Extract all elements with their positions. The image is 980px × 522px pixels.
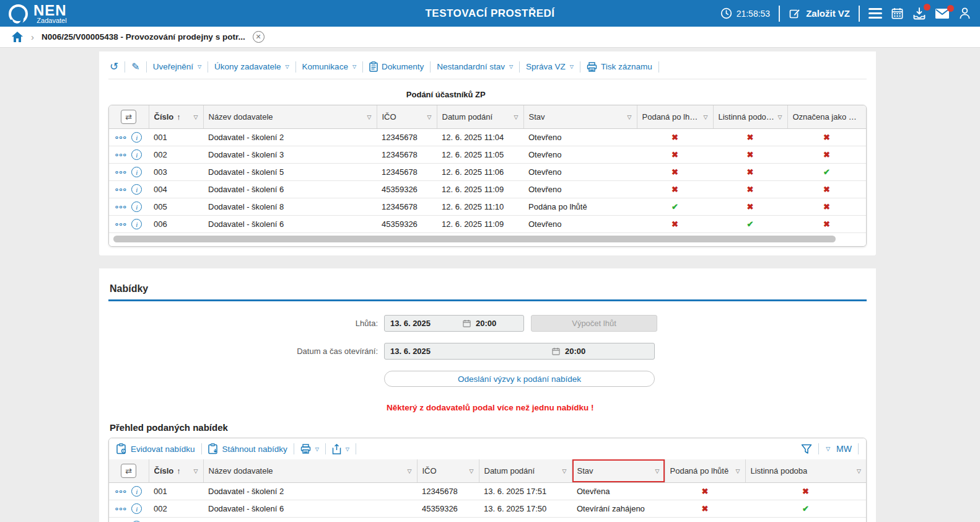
row-actions-icon[interactable]: ooo (115, 221, 127, 227)
tab-podani-ucastniku-zp[interactable]: Podání účastníků ZP (395, 85, 501, 104)
tab-kriteria-hodnoceni[interactable]: Kritéria hodnocení (193, 85, 291, 104)
row-actions-icon[interactable]: ooo (115, 187, 127, 192)
evidovat-nabidku-button[interactable]: Evidovat nabídku (116, 443, 195, 454)
lhuta-time-value[interactable]: 20:00 (476, 319, 496, 328)
table-row[interactable]: oooi003Dodavatel - školení 51234567812. … (109, 164, 866, 181)
row-info-icon[interactable]: i (131, 219, 142, 229)
row-info-icon[interactable]: i (131, 167, 142, 177)
row-info-icon[interactable]: i (131, 149, 142, 160)
row-actions-icon[interactable]: ooo (115, 204, 127, 210)
lhuta-date-value[interactable]: 13. 6. 2025 (390, 319, 431, 328)
row-actions-icon[interactable]: ooo (115, 135, 127, 140)
table-row[interactable]: oooi003Dodavatel - školení 31234567813. … (109, 518, 866, 522)
row-actions-icon[interactable]: ooo (115, 152, 127, 157)
cell-cislo: 002 (149, 500, 203, 518)
table-row[interactable]: oooi002Dodavatel - školení 31234567812. … (109, 146, 866, 164)
sort-asc-icon[interactable]: ↑ (177, 112, 181, 122)
tab-hodnoceni[interactable]: Hodnocení (502, 85, 570, 104)
filter-caret-icon[interactable]: ▽ (367, 114, 372, 120)
toolbar-item-sprava-vz[interactable]: Správa VZ▽ (526, 62, 574, 71)
menu-icon[interactable] (868, 8, 882, 19)
odeslani-vyzvy-button[interactable]: Odeslání výzvy k podání nabídek (384, 371, 655, 387)
filter-caret-icon[interactable]: ▽ (194, 114, 198, 120)
filter-caret-icon[interactable]: ▽ (704, 114, 708, 120)
row-info-icon[interactable]: i (131, 201, 142, 212)
user-profile-icon[interactable] (958, 7, 971, 20)
table-row[interactable]: oooi006Dodavatel - školení 64535932612. … (109, 216, 866, 233)
row-info-icon[interactable]: i (131, 503, 142, 514)
vypocet-lhut-button[interactable]: Výpočet lhůt (531, 315, 657, 332)
history-refresh-icon[interactable]: ↺ (110, 60, 118, 73)
cell-cislo: 003 (149, 518, 203, 522)
toolbar-item-dokumenty[interactable]: Dokumenty (369, 61, 424, 72)
calendar-picker-icon[interactable] (552, 347, 560, 355)
otevirani-date-value[interactable]: 13. 6. 2025 (390, 347, 431, 356)
column-settings-icon[interactable]: ⇄ (121, 110, 136, 124)
print-table-button[interactable]: ▽ (300, 444, 319, 454)
filter-caret-icon[interactable]: ▽ (857, 468, 861, 474)
check-icon: ✔ (750, 504, 861, 513)
inbox-downloads-icon[interactable] (912, 7, 926, 20)
chevron-down-icon[interactable]: ▽ (826, 446, 830, 452)
filter-caret-icon[interactable]: ▽ (562, 468, 567, 474)
row-info-icon[interactable]: i (131, 184, 142, 195)
filter-caret-icon[interactable]: ▽ (736, 468, 740, 474)
nen-logo[interactable]: NEN Zadavatel (9, 3, 67, 24)
filter-caret-icon[interactable]: ▽ (628, 114, 632, 120)
toolbar-item-ukony-zadavatele[interactable]: Úkony zadavatele▽ (214, 62, 289, 71)
lhuta-input[interactable]: 13. 6. 2025 20:00 (384, 315, 524, 332)
filter-caret-icon[interactable]: ▽ (470, 468, 474, 474)
cell-stav: Otevírání zahájeno (572, 500, 665, 518)
section-title-prehled: Přehled podaných nabídek (110, 422, 867, 433)
tab-zakladni-udaje[interactable]: Základní údaje (110, 85, 191, 104)
tab-zadavaci-podminky[interactable]: Zadávací podmínky (292, 85, 393, 104)
calendar-picker-icon[interactable] (463, 319, 471, 327)
cell-cislo: 001 (149, 483, 203, 500)
filter-caret-icon[interactable]: ▽ (408, 468, 412, 474)
check-icon: ✔ (718, 219, 782, 229)
close-tab-icon[interactable]: ✕ (253, 31, 265, 43)
toolbar-item-uverejneni[interactable]: Uveřejnění▽ (153, 62, 201, 71)
toolbar-item-komunikace[interactable]: Komunikace▽ (302, 62, 356, 71)
table-row[interactable]: oooi002Dodavatel - školení 64535932613. … (109, 500, 866, 518)
filter-caret-icon[interactable]: ▽ (655, 468, 660, 474)
tab-vysledek-zadavaciho-postupu[interactable]: Výsledek zadávacího postupu (572, 85, 712, 104)
divider (146, 61, 147, 73)
create-vz-button[interactable]: Založit VZ (789, 7, 850, 20)
horizontal-scrollbar[interactable] (109, 233, 866, 246)
breadcrumb: › N006/25/V00005438 - Provozování prodej… (0, 27, 980, 48)
cross-icon: ✖ (792, 133, 861, 142)
stahnout-nabidky-button[interactable]: Stáhnout nabídky (208, 443, 287, 454)
column-settings-icon[interactable]: ⇄ (121, 464, 136, 478)
row-actions-icon[interactable]: ooo (115, 489, 127, 494)
messages-icon[interactable] (935, 8, 950, 19)
filter-caret-icon[interactable]: ▽ (514, 114, 518, 120)
table-row[interactable]: oooi004Dodavatel - školení 64535932612. … (109, 181, 866, 198)
otevirani-time-value[interactable]: 20:00 (565, 347, 585, 356)
table-row[interactable]: oooi001Dodavatel - školení 21234567812. … (109, 129, 866, 146)
toolbar-item-nestandardni-stav[interactable]: Nestandardní stav▽ (437, 62, 513, 71)
breadcrumb-item[interactable]: N006/25/V00005438 - Provozování prodejny… (42, 32, 245, 42)
row-actions-icon[interactable]: ooo (115, 506, 127, 511)
chevron-down-icon: ▽ (509, 64, 513, 69)
mw-view-toggle[interactable]: MW (836, 444, 852, 454)
filter-funnel-icon[interactable] (801, 444, 812, 454)
home-icon[interactable] (11, 31, 24, 43)
table-row[interactable]: oooi005Dodavatel - školení 81234567812. … (109, 198, 866, 216)
row-info-icon[interactable]: i (131, 132, 142, 143)
edit-record-icon[interactable]: ✎ (131, 61, 139, 73)
participants-table: ⇄ Číslo↑▽ Název dodavatele▽ IČO▽ Datum p… (109, 105, 866, 233)
sort-asc-icon[interactable]: ↑ (177, 466, 181, 476)
export-button[interactable]: ▽ (332, 444, 349, 454)
table-row[interactable]: oooi001Dodavatel - školení 21234567813. … (109, 483, 866, 500)
cell-nazev: Dodavatel - školení 6 (203, 181, 377, 198)
calendar-icon[interactable] (891, 7, 904, 20)
scrollbar-thumb[interactable] (113, 236, 836, 242)
toolbar-item-tisk-zaznamu[interactable]: Tisk záznamu (587, 62, 652, 72)
row-actions-icon[interactable]: ooo (115, 169, 127, 175)
filter-caret-icon[interactable]: ▽ (427, 114, 432, 120)
datum-otevirani-input[interactable]: 13. 6. 2025 20:00 (384, 343, 655, 360)
filter-caret-icon[interactable]: ▽ (778, 114, 782, 120)
row-info-icon[interactable]: i (131, 486, 142, 497)
filter-caret-icon[interactable]: ▽ (194, 468, 198, 474)
